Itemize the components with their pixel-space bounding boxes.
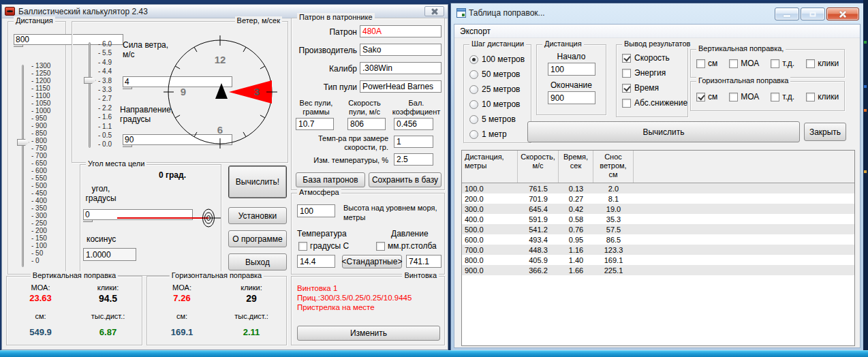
checkbox-icon xyxy=(376,242,385,251)
cartridge-field-input[interactable] xyxy=(360,62,441,74)
radio-option[interactable]: 50 метров xyxy=(469,69,525,79)
bullet-weight-input[interactable] xyxy=(296,118,334,130)
measure-temp-input[interactable] xyxy=(394,136,433,148)
radio-option[interactable]: 25 метров xyxy=(469,84,525,94)
radio-option[interactable]: 100 метров xyxy=(469,55,525,64)
altitude-label: Высота над уровнем моря, метры xyxy=(343,203,437,222)
scale-tick-label: - 750 xyxy=(31,144,50,152)
checkbox-option[interactable]: клики xyxy=(806,92,839,102)
maximize-button[interactable] xyxy=(801,7,825,20)
temp-change-input[interactable] xyxy=(394,153,433,166)
taskbar[interactable] xyxy=(0,350,868,357)
table-cell: 0.95 xyxy=(559,236,593,244)
target-angle-group-title: Угол места цели xyxy=(86,159,146,168)
standard-button[interactable]: <Стандартные> xyxy=(342,255,402,268)
table-row[interactable]: 100.0761.50.132.0 xyxy=(462,183,854,193)
calculate-button[interactable]: Вычислить! xyxy=(228,166,287,198)
checkbox-icon xyxy=(622,84,631,93)
checkbox-option[interactable]: Время xyxy=(622,83,687,93)
table-row[interactable]: 500.0541.20.7657.5 xyxy=(462,224,854,234)
table-row[interactable]: 400.0591.90.5835.3 xyxy=(462,214,854,224)
wind-direction-dial[interactable]: 12 3 6 9 xyxy=(164,35,278,149)
dial-tick xyxy=(175,115,180,118)
table-cell: 19.0 xyxy=(593,205,634,213)
vert-corr-options: смМОАт.д.клики xyxy=(696,59,839,68)
horiz-corr-options-title: Горизонтальная поправка xyxy=(696,76,790,84)
checkbox-option[interactable]: МОА xyxy=(729,59,759,68)
table-row[interactable]: 800.0405.91.40169.1 xyxy=(462,255,854,265)
radio-option[interactable]: 1 метр xyxy=(469,129,525,139)
scale-tick-label: - 1300 xyxy=(31,62,50,69)
temperature-input[interactable] xyxy=(297,255,335,268)
pressure-input[interactable] xyxy=(406,255,441,268)
cartridge-db-button[interactable]: База патронов xyxy=(296,172,365,187)
checkbox-option[interactable]: т.д. xyxy=(771,59,794,68)
altitude-input[interactable] xyxy=(297,204,335,217)
distance-group-title: Дистанция xyxy=(14,16,55,25)
checkbox-label: Энергия xyxy=(634,68,666,78)
checkbox-option[interactable]: т.д. xyxy=(771,92,794,102)
save-to-db-button[interactable]: Сохранить в базу xyxy=(369,172,441,187)
range-end-input[interactable] xyxy=(548,91,595,104)
temperature-title: Температура xyxy=(297,229,347,238)
table-cell: 169.1 xyxy=(593,256,634,264)
moa-label: МОА: xyxy=(7,283,74,292)
close-icon[interactable] xyxy=(424,6,444,16)
wind-center-arrow-icon xyxy=(215,83,228,99)
calculator-window: Баллистический калькулятор 2.43 Дистанци… xyxy=(1,4,448,350)
checkbox-icon xyxy=(771,93,779,102)
checkbox-option[interactable]: клики xyxy=(806,59,839,68)
table-calculate-button[interactable]: Вычислить xyxy=(527,121,800,142)
checkbox-label: Время xyxy=(634,83,659,93)
range-start-input[interactable] xyxy=(548,63,595,76)
checkbox-label: см xyxy=(708,59,717,68)
checkbox-option[interactable]: см xyxy=(696,92,717,102)
table-row[interactable]: 700.0448.31.16123.3 xyxy=(462,245,854,255)
scale-tick-label: - 1000 xyxy=(31,107,50,114)
about-button[interactable]: О программе xyxy=(228,230,287,247)
scale-tick-label: - 550 xyxy=(31,174,50,182)
radio-icon xyxy=(469,130,478,139)
cartridge-field-input[interactable] xyxy=(360,80,441,93)
checkbox-option[interactable]: см xyxy=(696,59,717,68)
checkbox-option[interactable]: Абс.снижение xyxy=(622,98,687,108)
celsius-checkbox[interactable]: градусы C xyxy=(298,241,349,251)
scale-tick-label: - 0 xyxy=(31,257,50,264)
scale-tick-label: - 4.4 xyxy=(98,67,112,76)
rifle-edit-button[interactable]: Изменить xyxy=(297,326,440,341)
cartridge-field-input[interactable] xyxy=(360,25,441,37)
results-table[interactable]: Дистанция, метрыСкорость, м/сВремя, секС… xyxy=(461,150,855,346)
wind-slider-thumb[interactable] xyxy=(84,77,96,84)
cartridge-field-label: Патрон xyxy=(292,27,357,37)
distance-slider-thumb[interactable] xyxy=(17,139,29,146)
ballistic-coef-input[interactable] xyxy=(394,118,433,130)
minimize-button[interactable] xyxy=(775,7,799,20)
horiz-corr-options: смМОАт.д.клики xyxy=(696,92,839,102)
radio-option[interactable]: 10 метров xyxy=(469,99,525,109)
checkbox-option[interactable]: Энергия xyxy=(622,68,687,78)
table-row[interactable]: 600.0493.40.9586.5 xyxy=(462,234,854,245)
exit-button[interactable]: Выход xyxy=(228,253,287,270)
close-button[interactable] xyxy=(826,7,859,20)
menu-export[interactable]: Экспорт xyxy=(454,27,496,36)
checkbox-icon xyxy=(729,59,738,68)
wind-wedge-icon xyxy=(229,80,272,104)
checkbox-option[interactable]: МОА xyxy=(729,92,759,102)
calculator-titlebar[interactable]: Баллистический калькулятор 2.43 xyxy=(2,5,448,18)
table-close-button[interactable]: Закрыть xyxy=(804,123,846,141)
settings-button[interactable]: Установки xyxy=(228,207,287,224)
table-row[interactable]: 900.0366.21.66225.1 xyxy=(462,265,854,275)
checkbox-icon xyxy=(622,54,631,63)
cartridge-field-input[interactable] xyxy=(360,44,441,56)
mmhg-checkbox[interactable]: мм.рт.столба xyxy=(376,241,437,251)
table-cell: 225.1 xyxy=(593,266,634,275)
table-row[interactable]: 200.0701.90.278.1 xyxy=(462,193,854,204)
distance-slider-track[interactable] xyxy=(22,65,24,267)
table-row[interactable]: 300.0645.40.4219.0 xyxy=(462,204,854,214)
wind-slider-track[interactable] xyxy=(89,42,91,148)
checkbox-option[interactable]: Скорость xyxy=(622,53,687,63)
scale-tick-label: - 2.7 xyxy=(98,94,112,103)
bullet-speed-input[interactable] xyxy=(347,118,386,130)
table-cell: 900.0 xyxy=(462,266,518,275)
radio-option[interactable]: 5 метров xyxy=(469,114,525,124)
